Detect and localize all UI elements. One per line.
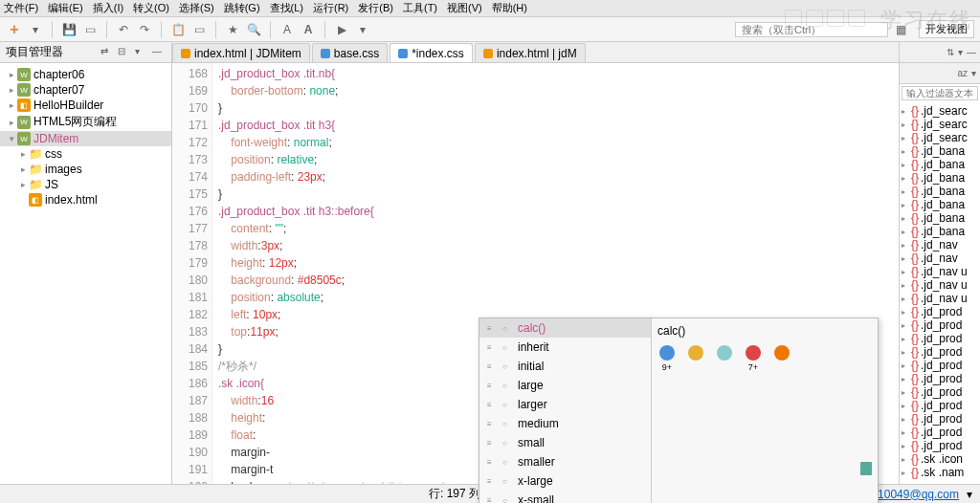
text-a-icon[interactable]: A [278, 21, 296, 38]
outline-item[interactable]: ▸{}.jd_nav [900, 238, 980, 252]
menu-item[interactable]: 视图(V) [447, 1, 482, 15]
tree-node[interactable]: ▸📁images [0, 162, 171, 177]
tree-node[interactable]: ▸WHTML5网页编程 [0, 113, 171, 131]
tree-node[interactable]: ▸◧HelloHBuilder [0, 98, 171, 113]
outline-item[interactable]: ▸{}.jd_prod [900, 318, 980, 332]
tree-node[interactable]: ▸Wchapter07 [0, 82, 171, 98]
cut-icon[interactable]: ▭ [81, 21, 99, 38]
menu-item[interactable]: 编辑(E) [48, 1, 83, 15]
az-icon[interactable]: az [957, 68, 968, 78]
editor-tab[interactable]: base.css [312, 43, 388, 62]
tree-node[interactable]: ▸📁JS [0, 177, 171, 192]
outline-item[interactable]: ▸{}.jd_searc [900, 118, 980, 131]
menu-item[interactable]: 发行(B) [358, 1, 393, 15]
menu-item[interactable]: 帮助(H) [492, 1, 527, 15]
outline-item[interactable]: ▸{}.jd_prod [900, 412, 980, 426]
outline-item[interactable]: ▸{}.jd_nav u [900, 265, 980, 278]
outline-item[interactable]: ▸{}.jd_searc [900, 131, 980, 144]
outline-item[interactable]: ▸{}.jd_nav u [900, 292, 980, 305]
outline-min-icon[interactable]: — [967, 47, 976, 57]
autocomplete-item[interactable]: ≡○medium [479, 414, 651, 433]
editor-tabs: index.html | JDMitembase.css*index.cssin… [172, 42, 899, 63]
outline-item[interactable]: ▸{}.jd_prod [900, 345, 980, 359]
autocomplete-item[interactable]: ≡○smaller [479, 452, 651, 471]
collapse-icon[interactable]: ⊟ [118, 46, 131, 59]
outline-item[interactable]: ▸{}.jd_nav [900, 252, 980, 265]
text-a-bold-icon[interactable]: A [300, 21, 317, 38]
autocomplete-item[interactable]: ≡○initial [479, 357, 651, 376]
tree-node[interactable]: ▾WJDMitem [0, 131, 171, 146]
outline-item[interactable]: ▸{}.sk .icon [900, 452, 980, 466]
autocomplete-item[interactable]: ≡○small [479, 433, 651, 452]
outline-item[interactable]: ▸{}.jd_prod [900, 305, 980, 318]
outline-item[interactable]: ▸{}.jd_prod [900, 332, 980, 345]
redo-icon[interactable]: ↷ [136, 21, 153, 38]
undo-icon[interactable]: ↶ [115, 21, 132, 38]
outline-item[interactable]: ▸{}.jd_bana [900, 211, 980, 225]
editor-tab[interactable]: index.html | jdM [475, 43, 586, 62]
outline-item[interactable]: ▸{}.jd_prod [900, 359, 980, 372]
autocomplete-item[interactable]: ≡○x-small [479, 491, 651, 503]
outline-item[interactable]: ▸{}.jd_prod [900, 426, 980, 439]
outline-filter-input[interactable] [902, 86, 978, 100]
run-icon[interactable]: ▶ [333, 21, 350, 38]
copy-icon[interactable]: ▭ [190, 21, 208, 38]
outline-item[interactable]: ▸{}.jd_bana [900, 185, 980, 198]
minimize-icon[interactable]: — [152, 46, 166, 59]
outline-item[interactable]: ▸{}.jd_searc [900, 104, 980, 118]
outline-toolbar: az ▾ [900, 63, 980, 84]
menu-item[interactable]: 查找(L) [270, 1, 303, 15]
menu-item[interactable]: 插入(I) [93, 1, 123, 15]
save-icon[interactable]: 💾 [60, 21, 78, 38]
bookmark-icon[interactable]: ★ [224, 21, 241, 38]
tools-icon[interactable]: ▾ [354, 21, 371, 38]
line-gutter: 1681691701711721731741751761771781791801… [172, 63, 212, 484]
project-tree[interactable]: ▸Wchapter06▸Wchapter07▸◧HelloHBuilder▸WH… [0, 63, 171, 484]
book-icon [860, 462, 872, 475]
menu-item[interactable]: 文件(F) [4, 1, 38, 15]
autocomplete-item[interactable]: ≡○x-large [479, 471, 651, 491]
autocomplete-list[interactable]: ≡○calc()≡○inherit≡○initial≡○large≡○large… [479, 318, 652, 503]
autocomplete-item[interactable]: ≡○large [479, 376, 651, 395]
editor-tab[interactable]: *index.css [390, 43, 473, 62]
status-menu-icon[interactable]: ▾ [967, 488, 972, 501]
outline-item[interactable]: ▸{}.sk .nam [900, 466, 980, 479]
link-icon[interactable]: ⇄ [100, 46, 114, 59]
palette-icon[interactable]: ▦ [892, 21, 909, 38]
menu-item[interactable]: 跳转(G) [224, 1, 260, 15]
tree-node[interactable]: ▸📁css [0, 146, 171, 162]
outline-item[interactable]: ▸{}.jd_bana [900, 144, 980, 158]
menu-item[interactable]: 运行(R) [313, 1, 348, 15]
menu-item[interactable]: 选择(S) [179, 1, 214, 15]
autocomplete-popup[interactable]: ≡○calc()≡○inherit≡○initial≡○large≡○large… [479, 317, 879, 503]
outline-item[interactable]: ▸{}.jd_nav u [900, 278, 980, 292]
outline-menu-icon[interactable]: ▾ [958, 47, 963, 57]
paste-icon[interactable]: 📋 [169, 21, 187, 38]
autocomplete-doc: calc() 9+7+ ⚙ [652, 318, 878, 503]
search-icon[interactable]: 🔍 [245, 21, 262, 38]
outline-item[interactable]: ▸{}.jd_prod [900, 439, 980, 452]
outline-list[interactable]: ▸{}.jd_searc▸{}.jd_searc▸{}.jd_searc▸{}.… [900, 102, 980, 484]
menu-item[interactable]: 转义(O) [133, 1, 169, 15]
outline-item[interactable]: ▸{}.jd_prod [900, 372, 980, 385]
tree-node[interactable]: ▸Wchapter06 [0, 67, 171, 82]
outline-item[interactable]: ▸{}.jd_prod [900, 385, 980, 399]
editor-tab[interactable]: index.html | JDMitem [172, 43, 310, 62]
tree-node[interactable]: ◧index.html [0, 192, 171, 208]
sort-icon[interactable]: ⇅ [947, 47, 954, 57]
outline-item[interactable]: ▸{}.jd_bana [900, 198, 980, 211]
autocomplete-item[interactable]: ≡○larger [479, 395, 651, 414]
outline-item[interactable]: ▸{}.jd_prod [900, 399, 980, 412]
menu-item[interactable]: 工具(T) [403, 1, 437, 15]
outline-item[interactable]: ▸{}.jd_bana [900, 158, 980, 171]
autocomplete-item[interactable]: ≡○calc() [479, 318, 651, 338]
new-button[interactable]: + [6, 21, 23, 38]
browser-icon [772, 345, 791, 372]
filter-icon[interactable]: ▾ [971, 68, 976, 78]
perspective-button[interactable]: 开发视图 [919, 20, 974, 38]
menu-icon[interactable]: ▾ [135, 46, 148, 59]
outline-item[interactable]: ▸{}.jd_bana [900, 225, 980, 238]
dropdown-icon[interactable]: ▾ [27, 21, 44, 38]
autocomplete-item[interactable]: ≡○inherit [479, 338, 651, 357]
outline-item[interactable]: ▸{}.jd_bana [900, 171, 980, 185]
